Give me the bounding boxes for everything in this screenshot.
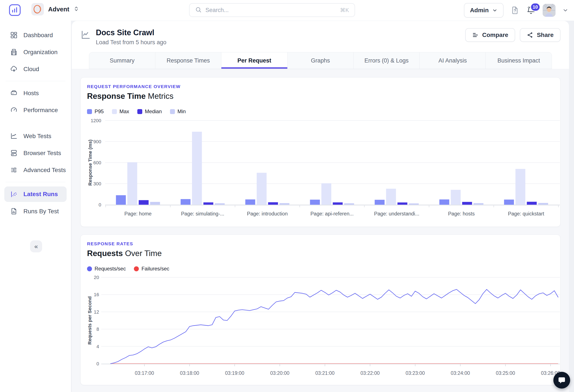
chevron-down-icon (492, 8, 497, 13)
svg-text:03:18:00: 03:18:00 (180, 370, 199, 376)
svg-text:03:17:00: 03:17:00 (135, 370, 154, 376)
dashboard-icon (10, 31, 18, 39)
svg-text:12: 12 (94, 309, 99, 315)
sidebar-item-cloud[interactable]: Cloud (0, 60, 71, 78)
search-placeholder: Search... (205, 7, 229, 14)
org-sort-icon (74, 6, 79, 12)
notifications-button[interactable]: 10 (526, 6, 536, 15)
org-name: Advent (48, 6, 69, 13)
notification-badge: 10 (530, 2, 540, 12)
sidebar-item-browser-tests[interactable]: Browser Tests (0, 145, 71, 161)
page-title: Docs Site Crawl (96, 28, 166, 37)
legend-item-median: Median (137, 108, 162, 115)
browser-tests-icon (10, 149, 18, 157)
web-tests-icon (10, 132, 18, 140)
compare-label: Compare (482, 32, 508, 39)
svg-text:Page: home: Page: home (124, 211, 152, 216)
svg-text:0: 0 (97, 361, 99, 366)
svg-text:8: 8 (97, 327, 99, 332)
sidebar-item-web-tests[interactable]: Web Tests (0, 128, 71, 145)
card-eyebrow: REQUEST PERFORMANCE OVERVIEW (87, 84, 554, 89)
sidebar-item-dashboard[interactable]: Dashboard (0, 27, 71, 44)
tab-errors-0-logs[interactable]: Errors (0) & Logs (353, 52, 420, 69)
compare-lines-icon (472, 32, 479, 38)
org-switcher[interactable]: Advent (31, 3, 79, 16)
svg-text:Requests per Second: Requests per Second (87, 296, 92, 345)
chat-button[interactable] (553, 372, 570, 389)
panel-header: Docs Site Crawl Load Test from 5 hours a… (72, 21, 569, 69)
performance-icon (10, 106, 18, 114)
chevron-down-icon (562, 7, 568, 13)
svg-text:600: 600 (93, 160, 101, 165)
svg-text:Page: quickstart: Page: quickstart (508, 211, 544, 216)
sidebar-item-runs-by-test[interactable]: Runs By Test (0, 203, 71, 220)
line-chart-legend: Requests/secFailures/sec (87, 266, 554, 272)
main-panel: Docs Site Crawl Load Test from 5 hours a… (72, 21, 569, 392)
tab-ai-analysis[interactable]: AI Analysis (420, 52, 486, 69)
svg-text:1200: 1200 (91, 118, 101, 123)
sidebar-item-label: Organization (23, 49, 58, 56)
legend-item-min: Min (170, 108, 186, 115)
sidebar: DashboardOrganizationCloudHostsPerforman… (0, 21, 71, 392)
card-title: Requests Over Time (87, 249, 554, 258)
svg-text:300: 300 (93, 181, 101, 186)
sidebar-item-label: Web Tests (23, 133, 51, 140)
search-input[interactable]: Search... ⌘K (189, 3, 355, 17)
svg-text:16: 16 (94, 292, 99, 297)
sidebar-item-label: Cloud (23, 66, 39, 73)
sidebar-item-advanced-tests[interactable]: Advanced Tests (0, 161, 71, 178)
bar-chart-legend: P95MaxMedianMin (87, 108, 554, 115)
response-time-metrics-card: REQUEST PERFORMANCE OVERVIEW Response Ti… (80, 77, 560, 227)
share-button[interactable]: Share (520, 28, 560, 42)
tab-summary[interactable]: Summary (89, 52, 155, 69)
search-icon (195, 6, 202, 14)
sidebar-collapse-button[interactable]: « (30, 240, 42, 252)
report-chart-icon (80, 29, 91, 40)
help-file-icon (510, 6, 519, 15)
requests-line-chart: 048121620Requests per Second03:17:0003:1… (87, 274, 562, 382)
svg-text:Page: hosts: Page: hosts (448, 211, 475, 216)
svg-text:03:20:00: 03:20:00 (270, 370, 289, 376)
cloud-icon (10, 65, 18, 73)
card-eyebrow: RESPONSE RATES (87, 241, 554, 246)
compare-button[interactable]: Compare (465, 28, 515, 42)
sidebar-item-label: Runs By Test (23, 208, 59, 215)
svg-text:03:21:00: 03:21:00 (315, 370, 335, 376)
org-avatar-ring-icon (31, 3, 44, 16)
user-avatar[interactable] (543, 4, 555, 17)
svg-text:0: 0 (99, 202, 101, 208)
search-shortcut: ⌘K (340, 7, 349, 13)
svg-text:4: 4 (97, 344, 99, 349)
svg-text:900: 900 (93, 139, 101, 144)
svg-text:03:22:00: 03:22:00 (360, 370, 380, 376)
response-time-bar-chart: 03006009001200Response Time (ms)Page: ho… (87, 116, 562, 224)
sidebar-divider (6, 81, 65, 81)
tab-response-times[interactable]: Response Times (155, 52, 222, 69)
organization-icon (10, 48, 18, 56)
svg-text:03:23:00: 03:23:00 (406, 370, 425, 376)
hosts-icon (10, 89, 18, 97)
svg-text:Response Time (ms): Response Time (ms) (87, 140, 93, 186)
sidebar-item-label: Performance (23, 107, 58, 114)
sidebar-item-organization[interactable]: Organization (0, 44, 71, 60)
admin-menu-button[interactable]: Admin (464, 3, 504, 18)
share-network-icon (527, 32, 533, 38)
legend-item-max: Max (112, 108, 129, 115)
svg-text:Page: simulating-...: Page: simulating-... (181, 211, 224, 216)
user-menu-chevron[interactable] (562, 7, 568, 13)
tab-business-impact[interactable]: Business Impact (486, 52, 552, 69)
tab-per-request[interactable]: Per Request (221, 52, 287, 69)
sidebar-item-label: Hosts (23, 90, 39, 97)
sidebar-item-hosts[interactable]: Hosts (0, 85, 71, 102)
tab-graphs[interactable]: Graphs (287, 52, 354, 69)
sidebar-item-performance[interactable]: Performance (0, 102, 71, 118)
share-label: Share (537, 32, 554, 39)
legend-item-failures-sec: Failures/sec (134, 266, 169, 272)
sidebar-item-label: Dashboard (23, 32, 53, 39)
sidebar-item-latest-runs[interactable]: Latest Runs (4, 186, 67, 202)
help-button[interactable] (510, 6, 519, 15)
topbar-actions: Admin 10 (464, 3, 568, 18)
sidebar-item-label: Advanced Tests (23, 167, 66, 174)
app-logo-icon[interactable] (9, 4, 21, 16)
charts-section: REQUEST PERFORMANCE OVERVIEW Response Ti… (72, 69, 569, 392)
